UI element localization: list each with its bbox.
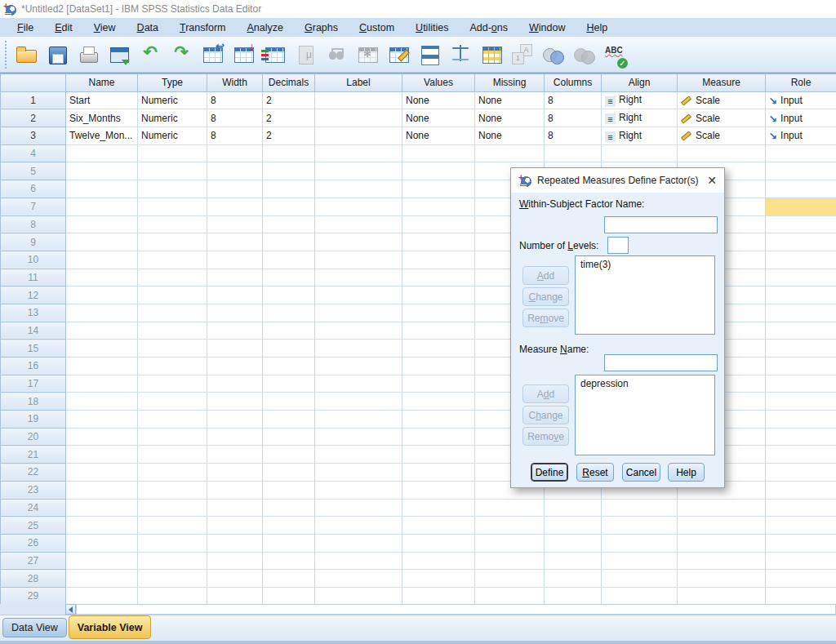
grid-cell[interactable] [207, 534, 263, 552]
grid-cell[interactable]: Start [66, 91, 138, 109]
row-header[interactable]: 9 [1, 233, 66, 251]
grid-cell[interactable] [402, 233, 475, 251]
row-header[interactable]: 10 [1, 251, 66, 269]
grid-cell[interactable] [207, 144, 263, 162]
grid-cell[interactable]: None [475, 91, 545, 109]
grid-cell[interactable] [263, 180, 315, 198]
grid-cell[interactable] [402, 499, 475, 517]
grid-cell[interactable] [263, 517, 315, 535]
grid-cell[interactable]: 8 [207, 109, 263, 127]
grid-cell[interactable] [207, 304, 263, 322]
row-header[interactable]: 25 [1, 517, 66, 535]
grid-cell[interactable] [138, 481, 207, 499]
grid-cell[interactable] [315, 180, 402, 198]
menu-analyze[interactable]: Analyze [237, 20, 294, 35]
grid-cell[interactable] [402, 534, 475, 552]
reset-button[interactable]: Reset [576, 463, 614, 482]
grid-cell[interactable] [766, 534, 836, 552]
help-button[interactable]: Help [668, 463, 705, 482]
row-header[interactable]: 23 [1, 481, 66, 499]
grid-cell[interactable] [402, 375, 475, 393]
grid-cell[interactable] [138, 233, 207, 251]
row-header[interactable]: 2 [1, 109, 66, 127]
grid-cell[interactable] [766, 517, 836, 535]
grid-cell[interactable] [66, 499, 138, 517]
grid-cell[interactable] [263, 322, 315, 340]
row-header[interactable]: 29 [1, 587, 66, 604]
grid-cell[interactable] [138, 215, 207, 233]
grid-cell[interactable] [602, 552, 678, 570]
grid-cell[interactable] [766, 322, 836, 340]
grid-cell[interactable] [207, 552, 263, 570]
grid-cell[interactable] [138, 534, 207, 552]
grid-cell[interactable] [138, 428, 207, 446]
grid-cell[interactable] [263, 428, 315, 446]
grid-cell[interactable] [138, 446, 207, 464]
grid-cell[interactable] [315, 358, 402, 375]
grid-cell[interactable] [207, 464, 263, 482]
grid-cell[interactable]: 2 [263, 109, 315, 127]
menu-window[interactable]: Window [518, 20, 576, 35]
grid-cell[interactable] [315, 393, 402, 411]
grid-cell[interactable] [766, 570, 836, 588]
grid-cell[interactable] [766, 180, 836, 198]
grid-cell[interactable] [766, 286, 836, 304]
grid-cell[interactable] [766, 411, 836, 429]
grid-cell[interactable]: ≡Right [602, 91, 678, 109]
grid-cell[interactable] [263, 446, 315, 464]
row-header[interactable]: 28 [1, 570, 66, 588]
toolbar-select-cases-button[interactable] [476, 39, 507, 70]
grid-cell[interactable] [138, 587, 207, 604]
grid-cell[interactable] [402, 411, 475, 429]
grid-cell[interactable]: ↘Input [766, 127, 836, 145]
grid-cell[interactable] [475, 587, 545, 604]
grid-cell[interactable] [766, 499, 836, 517]
grid-cell[interactable] [766, 304, 836, 322]
grid-cell[interactable] [66, 233, 138, 251]
grid-cell[interactable] [766, 375, 836, 393]
column-header-label[interactable]: Label [315, 74, 402, 92]
grid-cell[interactable] [138, 340, 207, 358]
grid-cell[interactable] [207, 411, 263, 429]
row-header[interactable]: 5 [1, 162, 66, 180]
grid-cell[interactable] [138, 251, 207, 269]
grid-cell[interactable] [207, 251, 263, 269]
column-header-type[interactable]: Type [138, 74, 207, 92]
grid-cell[interactable] [315, 570, 402, 588]
measure-name-input[interactable] [604, 354, 718, 371]
grid-cell[interactable] [315, 534, 402, 552]
row-header[interactable]: 14 [1, 322, 66, 340]
column-header-width[interactable]: Width [207, 74, 263, 92]
grid-cell[interactable] [402, 198, 475, 215]
column-header-columns[interactable]: Columns [545, 74, 602, 92]
grid-cell[interactable] [138, 198, 207, 215]
grid-cell[interactable] [402, 144, 475, 162]
grid-cell[interactable] [315, 91, 402, 109]
grid-cell[interactable] [66, 375, 138, 393]
grid-cell[interactable] [263, 269, 315, 286]
grid-cell[interactable] [138, 180, 207, 198]
grid-cell[interactable]: ↘Input [766, 109, 836, 127]
grid-cell[interactable] [766, 481, 836, 499]
grid-cell[interactable] [315, 144, 402, 162]
toolbar-split-file-button[interactable] [414, 39, 445, 70]
grid-cell[interactable] [315, 375, 402, 393]
grid-cell[interactable] [402, 286, 475, 304]
toolbar-redo-button[interactable] [166, 39, 197, 70]
grid-cell[interactable] [402, 180, 475, 198]
grid-cell[interactable] [263, 286, 315, 304]
column-header-missing[interactable]: Missing [475, 74, 545, 92]
grid-cell[interactable] [402, 428, 475, 446]
row-header[interactable]: 19 [1, 411, 66, 429]
grid-cell[interactable]: Scale [678, 109, 766, 127]
grid-cell[interactable] [263, 534, 315, 552]
grid-cell[interactable]: 8 [207, 91, 263, 109]
grid-cell[interactable] [207, 517, 263, 535]
grid-cell[interactable] [207, 499, 263, 517]
grid-cell[interactable] [315, 286, 402, 304]
grid-cell[interactable] [475, 552, 545, 570]
grid-cell[interactable] [402, 322, 475, 340]
toolbar-goto-variable-button[interactable] [228, 39, 259, 70]
grid-cell[interactable] [263, 162, 315, 180]
grid-cell[interactable] [315, 587, 402, 604]
